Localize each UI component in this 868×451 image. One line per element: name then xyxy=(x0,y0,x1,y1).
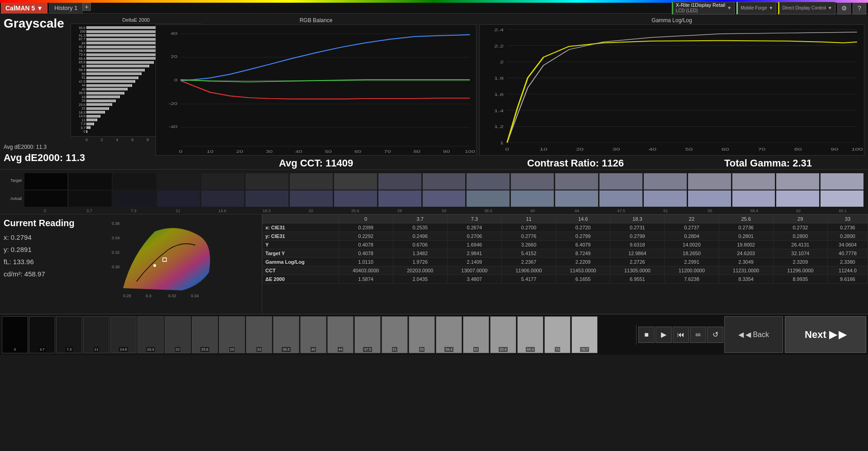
swatches-scrollbar[interactable] xyxy=(24,214,844,214)
gray-swatch-button[interactable]: 73 xyxy=(544,316,571,353)
gray-swatch-button[interactable]: 51 xyxy=(382,316,408,353)
gray-swatch-button[interactable]: 40 xyxy=(300,316,326,353)
contrast-ratio-label: Contrast Ratio: 1126 xyxy=(479,157,672,169)
gray-swatches-buttons: 03.77.31114.618.32225.6293336.5404447.55… xyxy=(2,316,634,353)
table-row-label: x: CIE31 xyxy=(263,223,339,232)
gear-icon: ⚙ xyxy=(841,5,847,12)
svg-text:10: 10 xyxy=(207,149,214,154)
swatch-target xyxy=(157,173,200,190)
svg-text:0: 0 xyxy=(174,77,178,83)
svg-text:100: 100 xyxy=(465,149,475,154)
swatch-number: 0 xyxy=(24,209,66,213)
deltae-bar xyxy=(86,57,158,60)
help-icon: ? xyxy=(858,5,861,12)
deltae-bar xyxy=(86,88,127,90)
svg-text:0: 0 xyxy=(505,147,509,152)
swatch-actual xyxy=(776,190,819,207)
refresh-button[interactable]: ↺ xyxy=(707,327,723,343)
gray-swatch-button[interactable]: 29 xyxy=(219,316,245,353)
gray-swatch-button[interactable]: 22 xyxy=(165,316,191,353)
calman-logo[interactable]: CalMAN 5 ▼ xyxy=(1,3,47,14)
stop-button[interactable]: ■ xyxy=(638,327,655,343)
gray-swatch-button[interactable]: 11 xyxy=(83,316,109,353)
top-right-controls: X-Rite i1Display Retail LCD (LED) ▼ Mobi… xyxy=(672,2,866,14)
swatch-actual xyxy=(245,190,288,207)
software-dropdown[interactable]: Mobile Forge ▼ xyxy=(736,2,776,14)
gray-swatch-button[interactable]: 76.7 xyxy=(571,316,598,353)
table-cell: 11200.0000 xyxy=(665,266,719,275)
software-arrow: ▼ xyxy=(769,5,773,10)
colorimeter-dropdown[interactable]: X-Rite i1Display Retail LCD (LED) ▼ xyxy=(672,2,735,14)
swatch-actual xyxy=(467,190,509,207)
gray-swatch-button[interactable]: 3.7 xyxy=(29,316,55,353)
gray-swatch-button[interactable]: 36.5 xyxy=(273,316,299,353)
swatch-number: 33 xyxy=(422,209,465,213)
swatch-target xyxy=(24,173,67,190)
swatch-target xyxy=(821,173,863,190)
swatch-col xyxy=(688,173,731,207)
gray-swatch-button[interactable]: 47.5 xyxy=(354,316,381,353)
display-control-dropdown[interactable]: Direct Display Control ▼ xyxy=(778,2,835,14)
gray-swatch-button[interactable]: 25.6 xyxy=(192,316,218,353)
step-back-button[interactable]: ⏮ xyxy=(673,327,689,343)
gray-swatch-button[interactable]: 58.4 xyxy=(436,316,462,353)
cie-diagram-container: 0.36 0.34 0.32 0.30 0.28 0.3 0.32 0.34 xyxy=(78,218,258,299)
swatch-number: 14.6 xyxy=(201,209,244,213)
swatch-number: 29 xyxy=(378,209,421,213)
swatch-actual xyxy=(157,190,200,207)
table-cell: 0.2535 xyxy=(393,223,447,232)
top-bar: CalMAN 5 ▼ History 1 + X-Rite i1Display … xyxy=(0,0,868,14)
table-cell: 0.2674 xyxy=(447,223,501,232)
table-cell: 40.7778 xyxy=(827,249,868,258)
gray-swatch-button[interactable]: 7.3 xyxy=(56,316,82,353)
loop-button[interactable]: ∞ xyxy=(690,327,706,343)
svg-text:2: 2 xyxy=(500,59,504,65)
table-cell: 0.6706 xyxy=(393,241,447,249)
reading-data: x: 0.2794 y: 0.2891 fL: 133.96 cd/m²: 45… xyxy=(4,231,75,280)
history-tab[interactable]: History 1 xyxy=(49,3,82,14)
gray-swatch-button[interactable]: 44 xyxy=(327,316,354,353)
gray-swatch-button[interactable]: 69.4 xyxy=(517,316,543,353)
table-cell: 14.0020 xyxy=(665,241,719,249)
settings-button[interactable]: ⚙ xyxy=(837,2,851,14)
gray-swatch-button[interactable]: 62 xyxy=(463,316,489,353)
table-cell: 2.3380 xyxy=(827,258,868,266)
next-button[interactable]: Next ▶ ▶ xyxy=(785,316,866,353)
back-button[interactable]: ◀ ◀ Back xyxy=(724,316,783,353)
table-cell: 0.2736 xyxy=(827,223,868,232)
svg-text:30: 30 xyxy=(266,149,273,154)
swatch-target xyxy=(776,173,819,190)
gray-swatch-label: 3.7 xyxy=(38,347,45,352)
table-cell: 0.2804 xyxy=(665,232,719,241)
gray-swatch-label: 62 xyxy=(473,347,479,352)
swatch-actual xyxy=(511,190,554,207)
table-header-cell: 29 xyxy=(773,215,827,223)
swatch-number: 11 xyxy=(156,209,199,213)
gray-swatch-label: 76.7 xyxy=(580,347,589,352)
gray-swatch-button[interactable]: 55 xyxy=(409,316,435,353)
history-add-button[interactable]: + xyxy=(83,3,91,11)
gray-swatch-button[interactable]: 14.6 xyxy=(110,316,137,353)
svg-text:40: 40 xyxy=(171,31,178,36)
swatch-col xyxy=(732,173,775,207)
table-cell: 2.1409 xyxy=(447,258,501,266)
table-cell: 6.1655 xyxy=(556,275,610,284)
table-cell: 6.4079 xyxy=(556,241,610,249)
help-button[interactable]: ? xyxy=(853,2,866,14)
svg-text:1.4: 1.4 xyxy=(494,108,504,113)
deltae-bar xyxy=(86,61,154,64)
swatch-col xyxy=(290,173,333,207)
gray-swatch-button[interactable]: 18.3 xyxy=(137,316,164,353)
play-button[interactable]: ▶ xyxy=(656,327,672,343)
table-cell: 0.2776 xyxy=(501,232,556,241)
gray-swatch-label: 65.8 xyxy=(499,347,508,352)
svg-text:80: 80 xyxy=(414,149,421,154)
table-cell: 9.6166 xyxy=(827,275,868,284)
gray-swatch-button[interactable]: 33 xyxy=(246,316,272,353)
swatches-scrollbar-thumb[interactable] xyxy=(24,214,311,214)
table-row-label: y: CIE31 xyxy=(263,232,339,241)
swatch-number: 44 xyxy=(556,209,599,213)
display-control-arrow: ▼ xyxy=(828,5,832,10)
gray-swatch-button[interactable]: 0 xyxy=(2,316,28,353)
gray-swatch-button[interactable]: 65.8 xyxy=(490,316,516,353)
